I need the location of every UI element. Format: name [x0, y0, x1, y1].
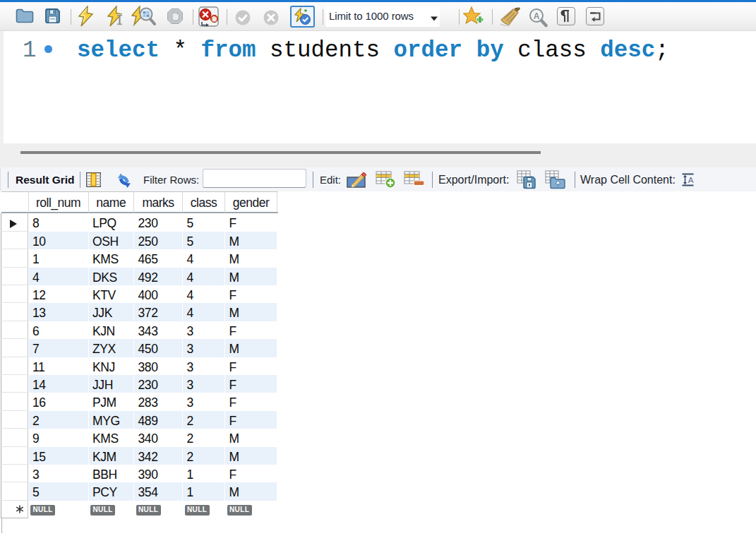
svg-text:A: A [534, 11, 540, 21]
svg-text:A: A [688, 176, 694, 184]
